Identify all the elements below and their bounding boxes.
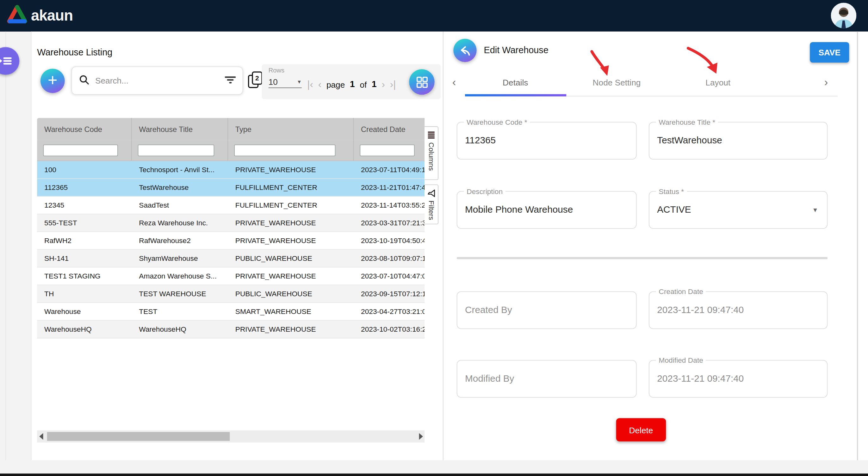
cell-title: SaadTest <box>132 197 228 214</box>
table-row[interactable]: WarehouseTESTSMART_WAREHOUSE2023-04-27T0… <box>37 303 425 321</box>
cell-created: 2023-04-27T03:21:0 <box>354 303 425 320</box>
table-row[interactable]: 100Technosport - Anvil St...PRIVATE_WARE… <box>37 161 425 179</box>
column-header-type[interactable]: Type <box>228 118 354 140</box>
grid-icon <box>416 76 428 88</box>
filter-input-warehouse-title[interactable] <box>138 145 214 156</box>
table-horizontal-scrollbar[interactable] <box>37 430 425 443</box>
filters-side-tab[interactable]: Filters <box>425 184 438 225</box>
filter-input-warehouse-code[interactable] <box>43 145 118 156</box>
created-by-input[interactable] <box>457 305 636 316</box>
back-button[interactable] <box>453 39 477 62</box>
warehouse-title-field[interactable]: Warehouse Title * <box>649 122 828 159</box>
search-input[interactable] <box>94 75 225 86</box>
last-page-button[interactable]: ›| <box>390 79 396 89</box>
cell-title: TestWarehouse <box>132 179 228 196</box>
scroll-right-arrow-icon[interactable] <box>417 433 425 440</box>
columns-tab-label: Columns <box>427 142 436 171</box>
multi-page-icon[interactable]: 2 <box>248 71 263 89</box>
warehouse-table: Warehouse Code Warehouse Title Type Crea… <box>37 118 425 339</box>
column-header-created-date[interactable]: Created Date <box>354 118 425 140</box>
cell-code: 555-TEST <box>37 214 132 231</box>
total-pages-number: 1 <box>372 79 377 89</box>
tab-details[interactable]: Details <box>503 78 528 87</box>
page-title: Warehouse Listing <box>37 47 112 58</box>
cell-type: PRIVATE_WAREHOUSE <box>228 214 354 231</box>
app-screen: akaun Warehouse Listing + <box>0 0 868 476</box>
cell-type: PUBLIC_WAREHOUSE <box>228 250 354 267</box>
cell-created: 2023-10-02T03:16:2 <box>354 321 425 338</box>
cell-code: SH-141 <box>37 250 132 267</box>
akaun-triangle-logo-icon <box>7 4 28 28</box>
page-sheet-front: 2 <box>252 71 262 85</box>
column-header-warehouse-code[interactable]: Warehouse Code <box>37 118 132 140</box>
filter-input-created-date[interactable] <box>360 145 415 156</box>
grid-view-button[interactable] <box>409 69 435 95</box>
created-by-field[interactable] <box>457 292 637 329</box>
modified-date-label: Modified Date <box>656 356 706 364</box>
column-header-warehouse-title[interactable]: Warehouse Title <box>132 118 228 140</box>
cell-code: WarehouseHQ <box>37 321 132 338</box>
table-row[interactable]: THTEST WAREHOUSEPUBLIC_WAREHOUSE2023-09-… <box>37 285 425 303</box>
filters-tab-label: Filters <box>427 201 436 220</box>
filter-list-icon[interactable] <box>225 75 236 86</box>
warehouse-code-input[interactable] <box>457 135 636 146</box>
table-row[interactable]: 112365TestWarehouseFULFILLMENT_CENTER202… <box>37 179 425 197</box>
cell-created: 2023-11-21T01:47:4 <box>354 179 425 196</box>
drawer-toggle-button[interactable] <box>0 47 19 75</box>
tabs-scroll-right-icon[interactable]: › <box>824 76 828 89</box>
filter-input-type[interactable] <box>234 145 335 156</box>
cell-code: 100 <box>37 161 132 178</box>
scrollbar-thumb[interactable] <box>47 432 230 441</box>
status-label: Status * <box>656 187 687 196</box>
warehouse-code-label: Warehouse Code * <box>464 118 530 126</box>
creation-date-input[interactable] <box>649 305 827 316</box>
brand-logo[interactable]: akaun <box>7 4 73 28</box>
cell-title: ShyamWarehouse <box>132 250 228 267</box>
first-page-button[interactable]: |‹ <box>307 79 313 89</box>
cell-type: PRIVATE_WAREHOUSE <box>228 267 354 285</box>
cell-code: TEST1 STAGING <box>37 267 132 285</box>
modified-date-field[interactable]: Modified Date <box>649 360 828 398</box>
add-warehouse-button[interactable]: + <box>40 69 65 93</box>
panel-scrollbar[interactable] <box>857 32 858 460</box>
tabs-scroll-left-icon[interactable]: ‹ <box>452 76 456 89</box>
table-row[interactable]: TEST1 STAGINGAmazon Warehouse S...PRIVAT… <box>37 267 425 285</box>
creation-date-field[interactable]: Creation Date <box>649 292 828 329</box>
status-select[interactable] <box>649 204 827 215</box>
creation-date-label: Creation Date <box>656 287 706 296</box>
cell-code: Warehouse <box>37 303 132 320</box>
save-button[interactable]: SAVE <box>810 42 849 63</box>
description-field[interactable]: Description <box>457 191 637 229</box>
rows-per-page-select[interactable]: 10 ▼ <box>269 76 302 88</box>
table-row[interactable]: RafWH2RafWarehouse2PRIVATE_WAREHOUSE2023… <box>37 232 425 250</box>
dropdown-caret-icon: ▼ <box>297 79 302 85</box>
menu-expand-icon <box>0 55 13 67</box>
cell-code: TH <box>37 285 132 302</box>
columns-side-tab[interactable]: Columns <box>425 126 438 180</box>
modified-date-input[interactable] <box>649 374 827 385</box>
status-dropdown-caret-icon: ▼ <box>812 207 818 213</box>
cell-title: Amazon Warehouse S... <box>132 267 228 285</box>
cell-created: 2023-03-31T07:21:3 <box>354 214 425 231</box>
scroll-left-arrow-icon[interactable] <box>37 433 45 440</box>
cell-created: 2023-07-10T04:47:0 <box>354 267 425 285</box>
brand-name: akaun <box>31 8 73 23</box>
next-page-button[interactable]: › <box>381 79 385 89</box>
tab-layout[interactable]: Layout <box>705 78 731 87</box>
warehouse-code-field[interactable]: Warehouse Code * <box>457 122 637 159</box>
status-field[interactable]: Status * ▼ <box>649 191 828 229</box>
delete-button[interactable]: Delete <box>616 418 666 442</box>
table-row[interactable]: 12345SaadTestFULFILLMENT_CENTER2023-11-1… <box>37 197 425 214</box>
modified-by-field[interactable] <box>457 360 637 398</box>
table-row[interactable]: WarehouseHQWarehouseHQPRIVATE_WAREHOUSE2… <box>37 321 425 338</box>
table-row[interactable]: 555-TESTReza Warehouse Inc.PRIVATE_WAREH… <box>37 214 425 232</box>
cell-created: 2023-08-10T09:07:1 <box>354 250 425 267</box>
cell-type: FULFILLMENT_CENTER <box>228 179 354 196</box>
table-row[interactable]: SH-141ShyamWarehousePUBLIC_WAREHOUSE2023… <box>37 250 425 267</box>
tab-node-setting[interactable]: Node Setting <box>593 78 641 87</box>
description-input[interactable] <box>457 204 636 215</box>
prev-page-button[interactable]: ‹ <box>318 79 322 89</box>
user-avatar[interactable] <box>831 3 857 28</box>
warehouse-title-input[interactable] <box>649 135 827 146</box>
modified-by-input[interactable] <box>457 374 636 385</box>
